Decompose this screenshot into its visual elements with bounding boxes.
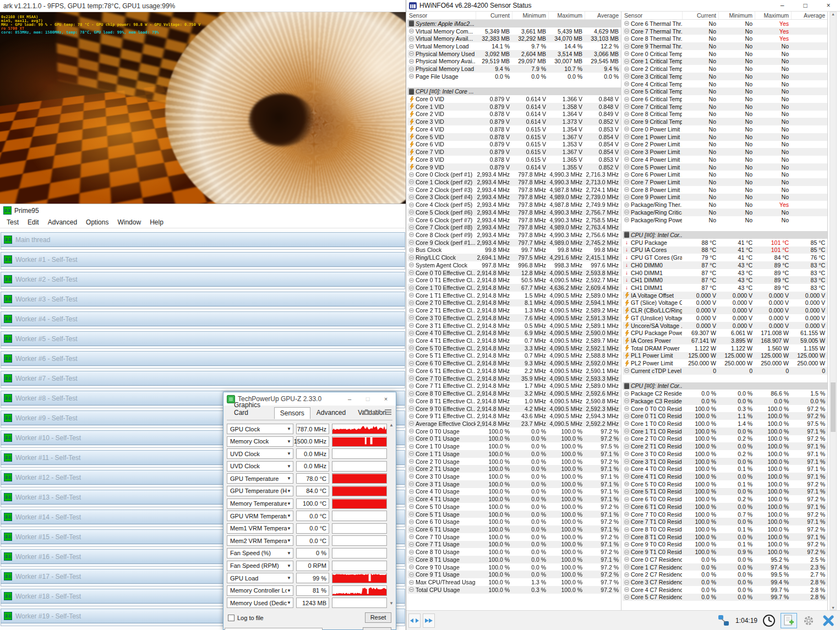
sensor-row[interactable]: GT (Slice) Voltage O...0.000 V0.000 V0.0… bbox=[623, 299, 827, 307]
sensor-section-row[interactable]: CPU [#0]: Intel Cor... bbox=[623, 231, 827, 239]
sensor-row[interactable]: Core 8 Clock (perf #9)2,993.4 MHz797.8 M… bbox=[407, 231, 621, 239]
exit-icon[interactable] bbox=[820, 613, 837, 628]
sensor-row[interactable]: Core 1 Critical Temp...NoNoNo bbox=[623, 58, 827, 65]
scroll-down-icon[interactable]: ▼ bbox=[831, 606, 835, 610]
sensor-row[interactable]: Current cTDP Level0000 bbox=[623, 367, 827, 375]
menu-item-edit[interactable]: Edit bbox=[23, 217, 43, 227]
worker-titlebar[interactable]: 2-1Worker #6 - Self-Test bbox=[1, 351, 405, 366]
sensor-row[interactable]: Core 5 T1 C0 Reside...100.0 %0.0 %100.0 … bbox=[623, 488, 827, 496]
sensor-row[interactable]: Core 6 T1 Effective Cl...2,914.8 MHz2.2 … bbox=[407, 367, 621, 375]
sensor-row[interactable]: Core 1 T1 Effective Cl...2,914.8 MHz1.5 … bbox=[407, 292, 621, 299]
worker-titlebar[interactable]: 2-1Worker #7 - Self-Test bbox=[1, 371, 405, 386]
sensor-row[interactable]: Package C3 Residency0.0 %0.0 %0.0 %0.0 % bbox=[623, 397, 827, 405]
sensor-row[interactable]: ↓CH0 DIMM187 °C43 °C89 °C83 °C bbox=[623, 269, 827, 277]
menu-item-advanced[interactable]: Advanced bbox=[43, 217, 81, 227]
sensor-row[interactable]: ↓CPU GT Cores (Grap...79 °C41 °C84 °C76 … bbox=[623, 254, 827, 261]
sensor-select[interactable]: Mem1 VRM Temperature▼ bbox=[227, 523, 293, 534]
sensor-select[interactable]: GPU Clock▼ bbox=[227, 424, 293, 434]
sensor-select[interactable]: UVD Clock▼ bbox=[227, 448, 293, 459]
sensor-row[interactable]: ↓CPU Package88 °C41 °C101 °C85 °C bbox=[623, 239, 827, 246]
column-header-average[interactable]: Average bbox=[585, 12, 621, 19]
sensor-row[interactable]: Core 9 T1 Usage100.0 %0.0 %100.0 %97.2 % bbox=[407, 571, 621, 578]
swap-columns-button[interactable] bbox=[408, 613, 421, 628]
sensor-select[interactable]: GPU Temperature (Hot Spot)▼ bbox=[227, 486, 293, 496]
sensor-row[interactable]: Core 3 T0 C0 Reside...100.0 %0.2 %100.0 … bbox=[623, 450, 827, 458]
sensor-row[interactable]: Package/Ring Power...NoNoNo bbox=[623, 216, 827, 224]
sensor-row[interactable]: Page File Usage0.0 %0.0 %0.0 %0.0 % bbox=[407, 73, 621, 80]
sensor-row[interactable]: Core 1 C7 Residency0.0 %0.0 %97.4 %2.3 % bbox=[623, 563, 827, 571]
sensor-row[interactable]: Core 3 Critical Temp...NoNoNo bbox=[623, 73, 827, 80]
sensor-row[interactable]: Core 5 Critical Temp...NoNoNo bbox=[623, 87, 827, 95]
sensor-row[interactable]: GT (Unslice) Voltage...0.000 V0.000 V0.0… bbox=[623, 314, 827, 322]
sensor-row[interactable]: Core 2 Critical Temp...NoNoNo bbox=[623, 65, 827, 73]
sensor-row[interactable]: Core 2 T1 Effective Cl...2,914.8 MHz1.3 … bbox=[407, 306, 621, 314]
fast-forward-button[interactable] bbox=[423, 613, 435, 628]
sensor-row[interactable]: Core 6 T0 C0 Reside...100.0 %0.2 %100.0 … bbox=[623, 495, 827, 503]
maximize-button[interactable]: □ bbox=[794, 0, 817, 11]
sensor-row[interactable]: Core 6 VID0.879 V0.615 V1.353 V0.854 V bbox=[407, 141, 621, 149]
sensor-row[interactable]: Core 2 T0 C0 Reside...100.0 %0.2 %100.0 … bbox=[623, 435, 827, 443]
column-header-current[interactable]: Current bbox=[476, 12, 512, 19]
sensor-row[interactable]: Core 7 T1 C0 Reside...100.0 %0.0 %100.0 … bbox=[623, 518, 827, 525]
sensor-row[interactable]: Core 5 Clock (perf #6)2,993.4 MHz797.8 M… bbox=[407, 209, 621, 216]
sensor-row[interactable]: Core 4 T0 C0 Reside...100.0 %0.1 %100.0 … bbox=[623, 465, 827, 473]
refresh-icon[interactable] bbox=[374, 409, 380, 415]
sensor-select[interactable]: Memory Used (Dedicated)▼ bbox=[227, 598, 293, 608]
sensor-row[interactable]: Core 6 T0 Usage100.0 %0.0 %100.0 %97.2 % bbox=[407, 518, 621, 525]
sensor-row[interactable]: Virtual Memory Com...5,349 MB3,661 MB5,4… bbox=[407, 28, 621, 35]
sensor-row[interactable]: System Agent Clock997.8 MHz996.8 MHz998.… bbox=[407, 261, 621, 269]
sensor-row[interactable]: Core 1 T1 Usage100.0 %0.0 %100.0 %97.1 % bbox=[407, 450, 621, 458]
sensor-select[interactable]: Mem2 VRM Temperature▼ bbox=[227, 535, 293, 546]
sensor-row[interactable]: Core 8 Critical Temp...NoNoNo bbox=[623, 111, 827, 118]
sensor-row[interactable]: Core 2 Power Limit ...NoNoNo bbox=[623, 141, 827, 149]
sensor-row[interactable]: Max CPU/Thread Usage100.0 %1.3 %100.0 %9… bbox=[407, 578, 621, 586]
sensor-row[interactable]: Virtual Memory Avail...32,383 MB32,292 M… bbox=[407, 35, 621, 42]
sensor-row[interactable]: Core 2 VID0.878 V0.614 V1.364 V0.849 V bbox=[407, 111, 621, 118]
sensor-select[interactable]: UVD Clock▼ bbox=[227, 461, 293, 472]
worker-titlebar[interactable]: 2-1Worker #2 - Self-Test bbox=[1, 272, 405, 287]
sensor-select[interactable]: GPU Temperature▼ bbox=[227, 473, 293, 484]
sensor-row[interactable]: Core 3 T1 Usage100.0 %0.0 %100.0 %97.1 % bbox=[407, 480, 621, 488]
sensor-select[interactable]: Memory Clock▼ bbox=[227, 436, 293, 447]
scroll-down-icon[interactable]: ▼ bbox=[389, 601, 394, 606]
scroll-up-icon[interactable]: ▲ bbox=[831, 12, 835, 16]
sensor-row[interactable]: Core 0 T1 Usage100.0 %0.0 %100.0 %97.2 % bbox=[407, 435, 621, 443]
sensor-row[interactable]: Core 0 Power Limit ...NoNoNo bbox=[623, 125, 827, 133]
sensor-row[interactable]: Core 3 Clock (perf #4)2,993.4 MHz797.8 M… bbox=[407, 194, 621, 201]
sensor-row[interactable]: Core 0 Critical Temp...NoNoNo bbox=[623, 50, 827, 58]
sensor-row[interactable]: Core 4 Clock (perf #5)2,993.4 MHz797.8 M… bbox=[407, 201, 621, 209]
sensor-row[interactable]: Core 0 T1 Effective Cl...2,914.8 MHz50.5… bbox=[407, 276, 621, 284]
sensor-row[interactable]: Core 4 T0 Usage100.0 %0.0 %100.0 %97.1 % bbox=[407, 488, 621, 496]
sensor-row[interactable]: Core 8 T1 Effective Cl...2,914.8 MHz1.0 … bbox=[407, 397, 621, 405]
hwinfo-titlebar[interactable]: HWiNFO64 v6.28-4200 Sensor Status – □ × bbox=[406, 0, 840, 12]
sensor-row[interactable]: Core 1 T0 Effective Cl...2,914.8 MHz67.7… bbox=[407, 284, 621, 292]
worker-titlebar[interactable]: 2-1Worker #5 - Self-Test bbox=[1, 331, 405, 346]
sensor-row[interactable]: Core 9 T1 C0 Reside...100.0 %0.9 %100.0 … bbox=[623, 548, 827, 556]
sensor-row[interactable]: IA Voltage Offset0.000 V0.000 V0.000 V0.… bbox=[623, 292, 827, 299]
sensor-row[interactable]: Physical Memory Used3,092 MB2,604 MB3,51… bbox=[407, 50, 621, 58]
sensor-row[interactable]: ↓CH1 DIMM087 °C43 °C89 °C83 °C bbox=[623, 276, 827, 284]
sensor-select[interactable]: GPU Load▼ bbox=[227, 573, 293, 583]
sensor-row[interactable]: Core 2 Clock (perf #3)2,993.4 MHz797.8 M… bbox=[407, 186, 621, 194]
sensor-row[interactable]: Core 4 T0 Effective Cl...2,914.8 MHz6.9 … bbox=[407, 329, 621, 337]
sensor-row[interactable]: ↓CH1 DIMM187 °C43 °C89 °C83 °C bbox=[623, 284, 827, 292]
sensor-select[interactable]: Memory Temperature▼ bbox=[227, 498, 293, 509]
sensor-select[interactable]: GPU VRM Temperature▼ bbox=[227, 511, 293, 521]
menu-item-options[interactable]: Options bbox=[81, 217, 113, 227]
sensor-row[interactable]: Core 1 T0 Usage100.0 %0.0 %100.0 %97.5 % bbox=[407, 442, 621, 450]
gpuz-scrollbar[interactable]: ▲ ▼ bbox=[388, 423, 395, 606]
sensor-row[interactable]: Core 2 T0 Usage100.0 %0.0 %100.0 %97.2 % bbox=[407, 458, 621, 465]
sensor-select[interactable]: Fan Speed (RPM)▼ bbox=[227, 561, 293, 571]
sensor-row[interactable]: Average Effective Clock2,914.8 MHz23.7 M… bbox=[407, 420, 621, 428]
close-button[interactable]: Close bbox=[363, 627, 391, 630]
share-sensors-icon[interactable] bbox=[716, 613, 732, 628]
scroll-up-icon[interactable]: ▲ bbox=[389, 423, 394, 428]
sensor-row[interactable]: Core 7 Thermal Thr...NoNoYes bbox=[623, 28, 827, 35]
sensor-row[interactable]: CPU Package Power69.307 W6.061 W171.008 … bbox=[623, 329, 827, 337]
close-icon[interactable]: × bbox=[378, 394, 394, 404]
sensor-row[interactable]: Core 8 T0 Effective Cl...2,914.8 MHz3.2 … bbox=[407, 390, 621, 397]
sensor-row[interactable]: Core 3 T0 Effective Cl...2,914.8 MHz7.6 … bbox=[407, 314, 621, 322]
sensor-row[interactable]: Core 3 C7 Residency0.0 %0.0 %99.4 %2.8 % bbox=[623, 578, 827, 586]
column-header-sensor[interactable]: Sensor bbox=[407, 12, 476, 19]
sensor-row[interactable]: Core 7 T1 Effective Cl...2,914.8 MHz1.7 … bbox=[407, 382, 621, 390]
